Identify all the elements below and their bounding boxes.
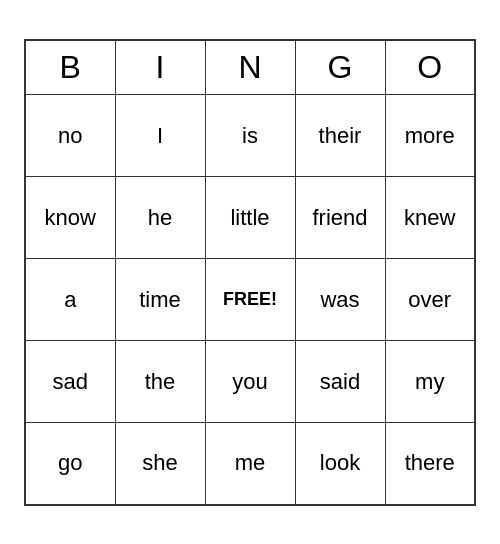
header-o: O (385, 40, 475, 95)
cell-0-1: I (115, 95, 205, 177)
bingo-table: B I N G O no I is their more know he lit… (24, 39, 476, 506)
header-g: G (295, 40, 385, 95)
table-row: sad the you said my (25, 341, 475, 423)
header-i: I (115, 40, 205, 95)
cell-4-0: go (25, 423, 115, 505)
cell-0-2: is (205, 95, 295, 177)
cell-4-2: me (205, 423, 295, 505)
cell-3-2: you (205, 341, 295, 423)
header-row: B I N G O (25, 40, 475, 95)
header-n: N (205, 40, 295, 95)
cell-0-0: no (25, 95, 115, 177)
cell-3-0: sad (25, 341, 115, 423)
bingo-body: no I is their more know he little friend… (25, 95, 475, 505)
cell-3-1: the (115, 341, 205, 423)
cell-0-3: their (295, 95, 385, 177)
cell-4-1: she (115, 423, 205, 505)
cell-0-4: more (385, 95, 475, 177)
cell-1-2: little (205, 177, 295, 259)
table-row: a time FREE! was over (25, 259, 475, 341)
header-b: B (25, 40, 115, 95)
cell-4-4: there (385, 423, 475, 505)
cell-1-0: know (25, 177, 115, 259)
table-row: no I is their more (25, 95, 475, 177)
cell-3-3: said (295, 341, 385, 423)
cell-3-4: my (385, 341, 475, 423)
table-row: know he little friend knew (25, 177, 475, 259)
cell-1-4: knew (385, 177, 475, 259)
cell-4-3: look (295, 423, 385, 505)
cell-1-1: he (115, 177, 205, 259)
cell-2-1: time (115, 259, 205, 341)
cell-2-4: over (385, 259, 475, 341)
free-cell: FREE! (205, 259, 295, 341)
bingo-card: B I N G O no I is their more know he lit… (24, 39, 476, 506)
table-row: go she me look there (25, 423, 475, 505)
cell-2-3: was (295, 259, 385, 341)
cell-1-3: friend (295, 177, 385, 259)
cell-2-0: a (25, 259, 115, 341)
